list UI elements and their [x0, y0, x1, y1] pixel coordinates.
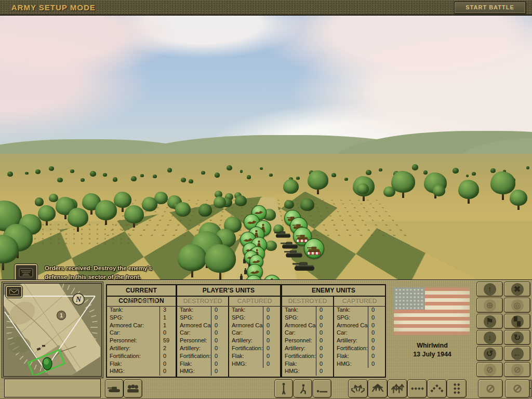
stat-value: 0	[316, 322, 333, 330]
side-button-scope-disabled: ⊘	[476, 362, 503, 377]
stat-value: 0	[316, 345, 333, 353]
toolbar-button-formation-column[interactable]	[388, 379, 407, 398]
tree	[90, 171, 96, 177]
stat-label: Artillery:	[107, 345, 159, 353]
toolbar-button-area-mode-disabled: ⊘	[478, 379, 503, 398]
toolbar-button-formation-fan-in[interactable]	[368, 379, 388, 398]
personnel-icon	[126, 382, 140, 395]
stat-row: Car:0	[177, 329, 228, 337]
toolbar-button-personnel[interactable]	[124, 379, 142, 398]
stat-label: Flak:	[229, 353, 263, 361]
stat-label: Fortification:	[177, 353, 211, 361]
toolbar-button-formation-line[interactable]	[407, 379, 427, 398]
stat-row: Tank:0	[177, 307, 228, 314]
swap-icon: ↺	[484, 348, 496, 360]
tree	[412, 164, 418, 170]
stat-label: Artillery:	[177, 345, 211, 353]
tree	[331, 173, 336, 177]
formation-wedge-icon	[430, 382, 444, 395]
scope-locked-icon: ◎	[511, 299, 524, 312]
unit-icon-tank[interactable]	[304, 238, 324, 259]
tree	[68, 208, 88, 227]
toolbar-button-formation-fan-out[interactable]	[348, 379, 368, 398]
stat-row: Tank:3	[107, 307, 176, 314]
stat-label: Car:	[282, 329, 316, 337]
tank-sprite	[274, 230, 292, 238]
stat-value: 0	[159, 353, 176, 361]
toolbar-button-stand-pose[interactable]	[274, 379, 293, 398]
table-title: CURRENT COMPOSITION	[107, 285, 176, 297]
stat-value: 0	[211, 361, 228, 368]
stat-label: HMG:	[282, 368, 316, 376]
stat-row: Flak:0	[177, 361, 228, 368]
kneel-pose-icon	[296, 382, 310, 395]
stat-value: 0	[368, 345, 385, 353]
tree	[300, 198, 314, 211]
stat-label: SPG:	[177, 314, 211, 322]
stat-value: 0	[368, 307, 385, 314]
stat-row: SPG:0	[282, 314, 333, 322]
tree	[140, 174, 144, 177]
toolbar-button-prone-pose[interactable]	[313, 379, 331, 398]
minimap[interactable]: N 1	[3, 283, 102, 377]
tree	[57, 178, 63, 183]
stat-label: Car:	[229, 329, 263, 337]
stat-row: Tank:0	[229, 307, 280, 314]
stat-value: 0	[211, 345, 228, 353]
tree	[466, 175, 469, 177]
side-button-flag[interactable]: ⚑	[476, 314, 503, 329]
stat-row: Artillery:0	[282, 345, 333, 353]
toolbar-button-tank[interactable]	[105, 379, 124, 398]
stat-label: Tank:	[334, 307, 368, 314]
toolbar-button-formation-wedge[interactable]	[427, 379, 447, 398]
start-battle-button[interactable]: START BATTLE	[454, 2, 526, 14]
stat-value: 0	[211, 314, 228, 322]
tree	[70, 169, 74, 174]
stat-value: 0	[316, 337, 333, 345]
stat-row: HMG:0	[177, 368, 228, 376]
soldier-sprite	[240, 275, 243, 280]
scenario-panel: ★★★★★★★★★★★★★★★★★★★★★★★★★★★★★★★★★★★★★★★★…	[390, 283, 475, 376]
toolbar-button-kneel-pose[interactable]	[294, 379, 312, 398]
battlefield-view[interactable]: 19 Orders received: Destroy the enemy's …	[0, 16, 532, 280]
stat-row: Fortification:0	[177, 353, 228, 361]
mode-title: ARMY SETUP MODE	[11, 3, 96, 12]
stat-label: Fortification:	[334, 345, 368, 353]
tree	[178, 244, 207, 271]
message-envelope-icon[interactable]	[15, 264, 37, 280]
enemy-units-table: ENEMY UNITSDESTROYEDTank:0SPG:0Armored C…	[281, 284, 386, 378]
stat-label: Fortification:	[282, 353, 316, 361]
tree	[269, 174, 273, 177]
stand-pose-icon	[277, 382, 290, 395]
tree	[175, 202, 191, 217]
stat-value: 0	[211, 368, 228, 376]
rotate-icon: ↻	[511, 331, 524, 344]
stat-row: Artillery:0	[229, 337, 280, 345]
tree	[366, 170, 371, 175]
side-button-up-arrow[interactable]: ↑	[476, 282, 503, 297]
scope-disabled-icon: ⊘	[484, 364, 496, 376]
north-indicator: N	[73, 294, 84, 305]
stat-value: 0	[211, 337, 228, 345]
toolbar-button-area-rotate-disabled: ⊘	[505, 379, 530, 398]
scope-icon: ⊕	[484, 299, 496, 312]
side-button-swap[interactable]: ↺	[476, 346, 503, 361]
unit-icon-stand[interactable]: 9	[263, 275, 281, 280]
objective-marker: 1	[57, 311, 66, 320]
toolbar-button-formation-double-column[interactable]	[447, 379, 467, 398]
side-button-down-arrow[interactable]: ↓	[476, 330, 503, 345]
side-button-checker-square[interactable]: ▚	[504, 314, 530, 329]
side-button-left-arrow[interactable]: ←	[504, 346, 530, 361]
stat-label: Personnel:	[107, 337, 159, 345]
side-button-dismiss-cross[interactable]: ✖	[504, 282, 530, 297]
stat-value: 59	[159, 337, 176, 345]
side-button-rotate[interactable]: ↻	[504, 330, 530, 345]
minimap-message-button[interactable]	[6, 286, 22, 298]
tree	[284, 200, 294, 209]
stat-label: Armored Car:	[229, 322, 263, 330]
stat-value: 0	[263, 307, 280, 314]
title-bar: ARMY SETUP MODE START BATTLE	[0, 0, 532, 16]
tree	[472, 172, 476, 176]
formation-double-column-icon	[450, 382, 463, 395]
side-button-rotate-disabled: ⊘	[504, 362, 530, 377]
